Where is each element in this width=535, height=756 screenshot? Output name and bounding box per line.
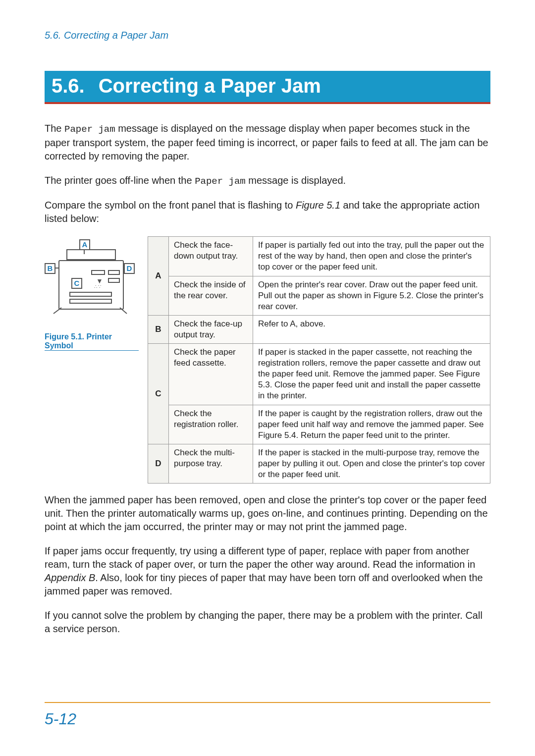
printer-symbol-diagram: A B D C ▼ ∴∵ <box>45 239 138 324</box>
table-row: Check the inside of the rear cover. Open… <box>148 276 490 315</box>
section-title: Correcting a Paper Jam <box>99 75 321 97</box>
row-key-a: A <box>148 237 169 316</box>
figure-caption: Figure 5.1. Printer Symbol <box>45 332 139 351</box>
message-text: Paper jam <box>64 124 115 135</box>
figure-reference: Figure 5.1 <box>296 200 340 211</box>
followup-paragraph-1: When the jammed paper has been removed, … <box>45 493 490 534</box>
row-key-b: B <box>148 315 169 343</box>
followup-paragraph-2: If paper jams occur frequently, try usin… <box>45 544 490 598</box>
message-text: Paper jam <box>195 176 246 187</box>
table-row: C Check the paper feed cassette. If pape… <box>148 344 490 405</box>
page-number: 5-12 <box>45 710 490 728</box>
page-footer: 5-12 <box>45 702 490 728</box>
row-key-c: C <box>148 344 169 444</box>
table-row: B Check the face-up output tray. Refer t… <box>148 315 490 343</box>
intro-paragraph-2: The printer goes off-line when the Paper… <box>45 174 490 188</box>
svg-line-4 <box>120 308 127 314</box>
section-number: 5.6. <box>52 75 85 97</box>
section-heading: 5.6.Correcting a Paper Jam <box>45 71 490 104</box>
table-row: Check the registration roller. If the pa… <box>148 405 490 444</box>
intro-paragraph-3: Compare the symbol on the front panel th… <box>45 199 490 225</box>
jam-actions-table: A Check the face-down output tray. If pa… <box>148 236 490 484</box>
svg-line-3 <box>54 308 61 314</box>
appendix-reference: Appendix B <box>45 572 95 583</box>
table-row: D Check the multi-purpose tray. If the p… <box>148 444 490 483</box>
row-key-d: D <box>148 444 169 483</box>
intro-paragraph-1: The Paper jam message is displayed on th… <box>45 122 490 163</box>
followup-paragraph-3: If you cannot solve the problem by chang… <box>45 609 490 636</box>
breadcrumb: 5.6. Correcting a Paper Jam <box>45 30 490 41</box>
table-row: A Check the face-down output tray. If pa… <box>148 237 490 276</box>
